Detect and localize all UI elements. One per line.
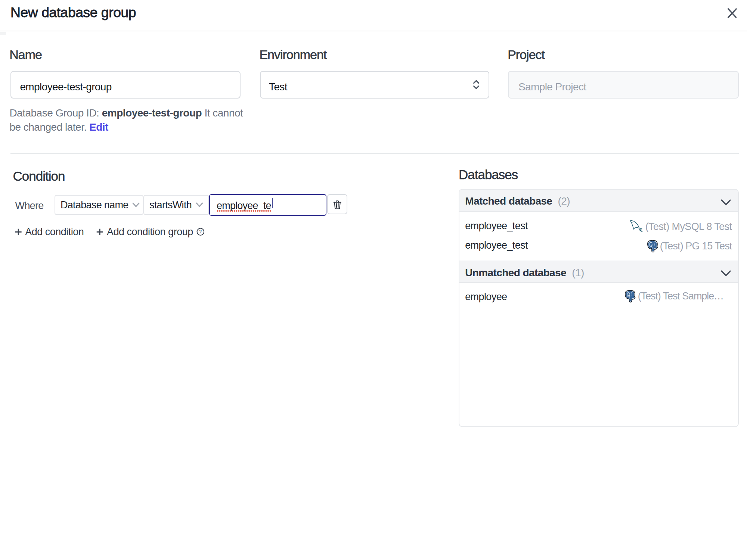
svg-text:?: ? [199, 229, 202, 234]
